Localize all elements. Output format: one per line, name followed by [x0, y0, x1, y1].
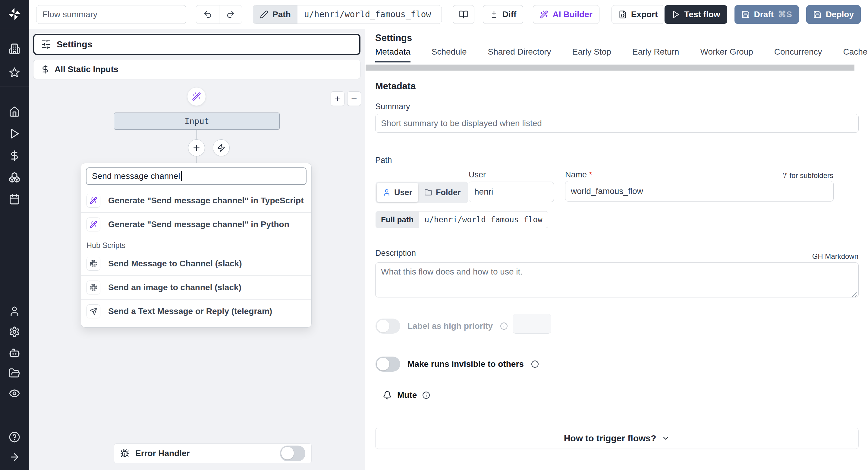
subfolder-hint: '/' for subfolders [783, 171, 833, 180]
windmill-logo-icon[interactable] [7, 7, 22, 21]
plus-icon [192, 143, 201, 152]
info-icon[interactable] [422, 391, 430, 399]
telegram-send-icon [87, 304, 100, 318]
path-button[interactable]: Path u/henri/world_famous_flow [253, 5, 442, 24]
flow-edge [196, 156, 197, 163]
settings-panel: Settings Metadata Schedule Shared Direct… [366, 29, 868, 470]
required-marker: * [589, 170, 592, 179]
export-label: Export [631, 10, 658, 19]
draft-shortcut: ⌘S [778, 9, 792, 19]
redo-button[interactable] [219, 5, 242, 24]
canvas-zoom-out-button[interactable]: − [347, 91, 361, 106]
high-priority-label: Label as high priority [407, 321, 493, 331]
tab-early-stop[interactable]: Early Stop [572, 47, 611, 62]
step-search-input[interactable]: Send message channel [86, 168, 307, 185]
add-trigger-button[interactable] [213, 139, 230, 156]
deploy-label: Deploy [826, 10, 854, 19]
path-label: Path [273, 10, 291, 19]
path-section-label: Path [375, 156, 392, 165]
invisible-runs-toggle[interactable] [375, 357, 400, 372]
workspace-icon[interactable] [8, 43, 21, 55]
all-static-inputs-node[interactable]: All Static Inputs [33, 60, 361, 79]
owner-kind-folder-label: Folder [436, 188, 461, 197]
suggestion-generate-python[interactable]: Generate "Send message channel" in Pytho… [81, 212, 311, 236]
help-icon[interactable] [8, 431, 21, 443]
text-caret [181, 171, 182, 181]
tab-metadata[interactable]: Metadata [375, 47, 410, 62]
dollar-icon [41, 65, 50, 74]
slack-icon [87, 281, 100, 294]
high-priority-toggle[interactable] [375, 319, 400, 334]
info-icon[interactable] [531, 360, 539, 368]
error-handler-label: Error Handler [135, 448, 190, 458]
description-textarea[interactable] [375, 262, 859, 297]
draft-button[interactable]: Draft ⌘S [735, 5, 799, 24]
tab-concurrency[interactable]: Concurrency [774, 47, 822, 62]
draft-label: Draft [754, 10, 774, 19]
docs-book-button[interactable] [453, 5, 474, 24]
home-icon[interactable] [8, 106, 21, 118]
tab-worker-group[interactable]: Worker Group [700, 47, 753, 62]
path-user-input[interactable] [469, 182, 554, 202]
undo-icon [203, 10, 212, 19]
slack-icon [87, 257, 100, 271]
workers-bot-icon[interactable] [8, 347, 21, 359]
tab-cache[interactable]: Cache [843, 47, 867, 62]
invisible-runs-row: Make runs invisible to others [375, 357, 539, 372]
test-flow-button[interactable]: Test flow [664, 5, 727, 24]
canvas-zoom-in-button[interactable]: + [331, 91, 344, 106]
ai-builder-button[interactable]: AI Builder [533, 5, 599, 24]
flow-summary-input[interactable] [36, 5, 186, 24]
file-json-icon [618, 10, 627, 19]
tab-schedule[interactable]: Schedule [432, 47, 467, 62]
variables-dollar-icon[interactable] [8, 150, 21, 162]
description-label: Description [375, 248, 416, 258]
favorites-star-icon[interactable] [8, 67, 21, 79]
sidebar-divider [0, 87, 29, 87]
flow-settings-node[interactable]: Settings [33, 34, 361, 55]
resources-boxes-icon[interactable] [8, 171, 21, 183]
how-to-trigger-flows-button[interactable]: How to trigger flows? [375, 428, 859, 449]
settings-gear-icon[interactable] [8, 326, 21, 338]
mute-label: Mute [397, 390, 417, 400]
export-button[interactable]: Export [612, 5, 665, 24]
diff-button[interactable]: Diff [483, 5, 524, 24]
metadata-heading: Metadata [375, 81, 415, 92]
settings-tabs: Metadata Schedule Shared Directory Early… [375, 47, 868, 63]
mute-row: Mute [383, 390, 430, 400]
path-name-input[interactable] [565, 181, 834, 202]
diff-icon [490, 10, 498, 19]
full-path-value: u/henri/world_famous_flow [419, 211, 548, 228]
folders-icon[interactable] [8, 367, 21, 379]
settings-panel-title: Settings [375, 33, 412, 43]
summary-input[interactable] [375, 114, 859, 133]
info-icon[interactable] [500, 322, 508, 330]
hub-item-label: Send Message to Channel (slack) [108, 259, 242, 268]
owner-kind-segmented-control: User Folder [375, 182, 468, 203]
user-icon[interactable] [8, 305, 21, 317]
hub-item-telegram-send-text[interactable]: Send a Text Message or Reply (telegram) [81, 299, 311, 323]
hub-item-slack-send-message[interactable]: Send Message to Channel (slack) [81, 252, 311, 275]
owner-kind-folder-option[interactable]: Folder [418, 183, 467, 202]
undo-button[interactable] [196, 5, 219, 24]
schedules-calendar-icon[interactable] [8, 193, 21, 205]
error-handler-node[interactable]: Error Handler [114, 443, 312, 463]
expand-arrow-icon[interactable] [8, 451, 21, 463]
input-node[interactable]: Input [114, 113, 280, 130]
deploy-button[interactable]: Deploy [806, 5, 861, 24]
markdown-hint: GH Markdown [812, 252, 858, 261]
owner-kind-user-option[interactable]: User [377, 183, 418, 202]
tabs-scrollbar[interactable] [366, 64, 855, 70]
tab-shared-directory[interactable]: Shared Directory [488, 47, 551, 62]
logs-eye-icon[interactable] [8, 387, 21, 400]
hub-item-slack-send-image[interactable]: Send an image to channel (slack) [81, 275, 311, 299]
ai-flow-wand-button[interactable] [187, 87, 206, 106]
invisible-runs-label: Make runs invisible to others [407, 359, 524, 369]
tab-early-return[interactable]: Early Return [632, 47, 679, 62]
add-step-button[interactable] [188, 139, 205, 156]
error-handler-toggle[interactable] [280, 446, 305, 461]
runs-play-icon[interactable] [8, 127, 21, 140]
redo-icon [226, 10, 235, 19]
user-icon [383, 188, 391, 196]
suggestion-generate-typescript[interactable]: Generate "Send message channel" in TypeS… [81, 188, 311, 212]
